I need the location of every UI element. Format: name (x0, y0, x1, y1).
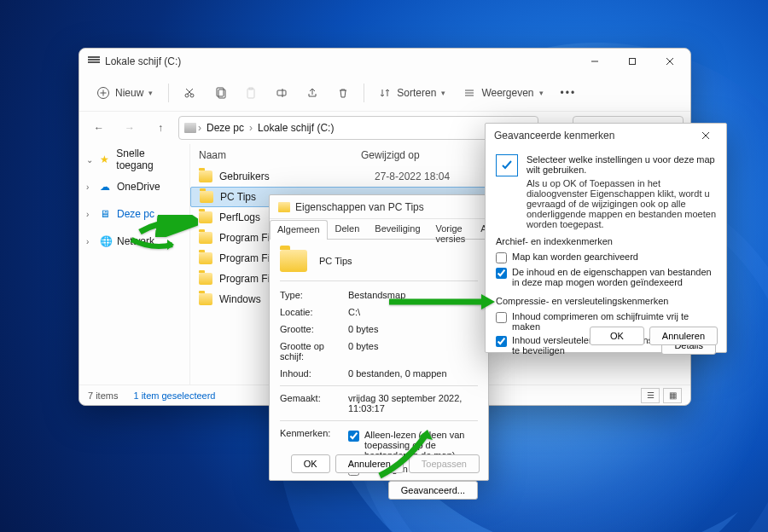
tab-previous[interactable]: Vorige versies (428, 219, 474, 239)
folder-icon (278, 202, 290, 212)
explorer-sidebar: ⌄★Snelle toegang ›☁OneDrive ›🖥Deze pc ›🌐… (79, 144, 190, 385)
svg-rect-1 (630, 59, 636, 65)
view-button[interactable]: Weergeven ▾ (456, 79, 550, 107)
sidebar-item-thispc[interactable]: ›🖥Deze pc (83, 204, 186, 224)
advanced-attributes-dialog: Geavanceerde kenmerken Selecteer welke i… (485, 123, 727, 353)
crumb-drive[interactable]: Lokale schijf (C:) (254, 120, 337, 136)
forward-button[interactable]: → (117, 115, 143, 141)
clipboard-icon (244, 86, 258, 100)
ellipsis-icon: ••• (561, 87, 577, 99)
status-selected: 1 item geselecteerd (133, 390, 215, 401)
cancel-button[interactable]: Annuleren (649, 327, 718, 345)
more-button[interactable]: ••• (554, 79, 584, 107)
tab-share[interactable]: Delen (328, 219, 368, 239)
paste-button[interactable] (237, 79, 265, 107)
scissors-icon (183, 86, 196, 100)
status-count: 7 items (88, 390, 118, 401)
folder-name-field[interactable]: PC Tips (319, 256, 352, 266)
folder-icon (280, 250, 307, 272)
sidebar-item-network[interactable]: ›🌐Netwerk (83, 231, 186, 252)
value-size-disk: 0 bytes (348, 341, 478, 361)
value-contents: 0 bestanden, 0 mappen (348, 368, 478, 379)
value-created: vrijdag 30 september 2022, 11:03:17 (348, 393, 478, 413)
advanced-title: Geavanceerde kenmerken (494, 130, 687, 142)
globe-icon: 🌐 (100, 235, 112, 247)
sort-icon (378, 86, 392, 100)
label-contents: Inhoud: (280, 368, 348, 379)
chevron-down-icon: ▾ (148, 89, 153, 97)
share-button[interactable] (299, 79, 326, 107)
folder-icon (199, 171, 212, 182)
monitor-icon: 🖥 (100, 208, 112, 220)
up-button[interactable]: ↑ (148, 115, 173, 141)
cloud-icon: ☁ (100, 181, 112, 193)
tab-general[interactable]: Algemeen (270, 220, 328, 240)
trash-icon (336, 86, 350, 100)
view-details-toggle[interactable]: ☰ (641, 388, 660, 403)
folder-icon (199, 293, 212, 305)
section-archive-title: Archief- en indexkenmerken (496, 236, 716, 246)
label-size: Grootte: (280, 324, 348, 334)
sort-button[interactable]: Sorteren ▾ (371, 79, 452, 107)
window-title: Lokale schijf (C:) (105, 55, 576, 67)
rename-icon (275, 86, 288, 100)
copy-icon (213, 86, 227, 100)
close-button[interactable] (651, 49, 689, 74)
col-name[interactable]: Naam (190, 149, 361, 161)
minimize-button[interactable] (576, 49, 614, 74)
apply-button[interactable]: Toepassen (409, 454, 480, 473)
back-button[interactable]: ← (86, 115, 112, 141)
crumb-thispc[interactable]: Deze pc (203, 120, 247, 136)
tab-security[interactable]: Beveiliging (367, 219, 428, 239)
advanced-titlebar[interactable]: Geavanceerde kenmerken (486, 124, 726, 147)
sidebar-item-quick-access[interactable]: ⌄★Snelle toegang (83, 149, 186, 170)
label-location: Locatie: (280, 307, 348, 317)
properties-dialog: Eigenschappen van PC Tips Algemeen Delen… (269, 194, 489, 481)
folder-icon (199, 232, 212, 244)
cancel-button[interactable]: Annuleren (335, 454, 404, 473)
label-size-disk: Grootte op schijf: (280, 341, 348, 361)
explorer-titlebar[interactable]: Lokale schijf (C:) (79, 49, 690, 74)
ok-button[interactable]: OK (590, 327, 644, 345)
drive-icon (88, 56, 100, 66)
advanced-button[interactable]: Geavanceerd... (388, 481, 478, 500)
share-icon (305, 86, 319, 100)
sidebar-item-onedrive[interactable]: ›☁OneDrive (83, 176, 186, 197)
value-size: 0 bytes (348, 324, 478, 334)
view-grid-toggle[interactable]: ▦ (663, 388, 682, 403)
copy-button[interactable] (207, 79, 234, 107)
section-compress-title: Compressie- en versleutelingskenmerken (496, 296, 716, 306)
label-type: Type: (280, 290, 348, 300)
sort-label: Sorteren (397, 87, 436, 99)
label-attrs: Kenmerken: (280, 428, 348, 438)
ok-button[interactable]: OK (291, 454, 330, 473)
chevron-down-icon: ▾ (539, 89, 544, 97)
cut-button[interactable] (176, 79, 203, 107)
info-text-2: Als u op OK of Toepassen in het dialoogv… (527, 178, 716, 229)
plus-circle-icon (96, 86, 110, 100)
view-label: Weergeven (481, 87, 533, 99)
value-location: C:\ (348, 307, 478, 317)
maximize-button[interactable] (614, 49, 651, 74)
chevron-down-icon: ▾ (441, 89, 445, 97)
checkbox-archive[interactable]: Map kan worden gearchiveerd (496, 250, 716, 265)
properties-tabs: Algemeen Delen Beveiliging Vorige versie… (270, 219, 488, 240)
checkbox-index[interactable]: De inhoud en de eigenschappen van bestan… (496, 265, 716, 289)
folder-icon (199, 273, 212, 285)
folder-icon (199, 211, 212, 223)
svg-rect-13 (247, 89, 254, 98)
sidebar-label: OneDrive (117, 181, 160, 193)
explorer-toolbar: Nieuw ▾ Sorteren ▾ Weergeven ▾ ••• (79, 74, 690, 112)
chevron-right-icon: › (249, 122, 253, 134)
delete-button[interactable] (329, 79, 357, 107)
close-button[interactable] (687, 123, 724, 148)
properties-title: Eigenschappen van PC Tips (295, 201, 486, 213)
properties-titlebar[interactable]: Eigenschappen van PC Tips (270, 195, 488, 219)
info-text-1: Selecteer welke instellingen u voor deze… (527, 154, 716, 175)
rename-button[interactable] (268, 79, 295, 107)
checkmark-icon (496, 154, 518, 176)
new-button[interactable]: Nieuw ▾ (88, 79, 161, 107)
folder-icon (200, 191, 213, 203)
sidebar-label: Netwerk (117, 235, 154, 247)
star-icon: ★ (100, 153, 112, 165)
